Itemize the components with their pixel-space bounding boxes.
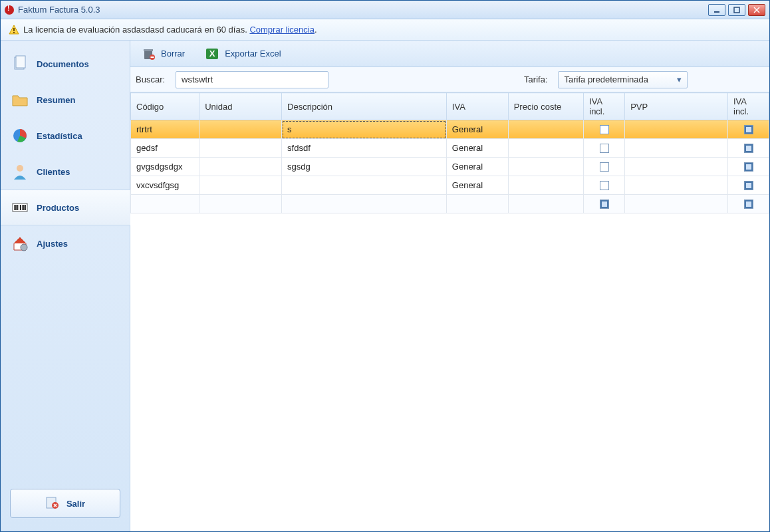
window-controls: [708, 4, 765, 16]
cell-iva-incl-2[interactable]: [728, 195, 769, 213]
cell-iva[interactable]: General: [446, 158, 508, 176]
checkbox-icon[interactable]: [744, 125, 753, 134]
cell-pvp[interactable]: [625, 158, 728, 176]
svg-marker-20: [14, 237, 26, 243]
col-iva[interactable]: IVA: [446, 93, 508, 120]
svg-rect-29: [151, 57, 154, 58]
sidebar-item-label: Resumen: [37, 95, 76, 105]
cell-empty[interactable]: [131, 195, 199, 213]
cell-unidad[interactable]: [199, 176, 282, 195]
sidebar-item-resumen[interactable]: Resumen: [1, 82, 130, 118]
cell-pvp[interactable]: [625, 176, 728, 195]
col-codigo[interactable]: Código: [131, 93, 199, 120]
cell-iva-incl-2[interactable]: [728, 139, 769, 158]
table-header-row: Código Unidad Descripción IVA Precio cos…: [131, 93, 769, 120]
cell-iva-incl-1[interactable]: [584, 195, 625, 213]
close-button[interactable]: [748, 4, 765, 16]
cell-iva[interactable]: General: [446, 120, 508, 139]
table-footer-row[interactable]: [131, 195, 769, 213]
cell-codigo[interactable]: vxcvsdfgsg: [131, 176, 199, 195]
cell-empty[interactable]: [508, 195, 584, 213]
sidebar: Documentos Resumen Estadística Clientes: [1, 41, 130, 531]
cell-empty[interactable]: [199, 195, 282, 213]
search-input[interactable]: [176, 71, 328, 88]
cell-codigo[interactable]: gedsf: [131, 139, 199, 158]
barcode-icon: [10, 198, 30, 217]
tarifa-dropdown[interactable]: Tarifa predeterminada ▾: [558, 71, 688, 88]
cell-iva-incl-2[interactable]: [728, 176, 769, 195]
tarifa-label: Tarifa:: [524, 74, 547, 84]
checkbox-icon[interactable]: [744, 162, 753, 172]
exit-button[interactable]: Salir: [10, 489, 120, 518]
exit-icon: [45, 495, 60, 512]
cell-precio-coste[interactable]: [508, 176, 584, 195]
col-unidad[interactable]: Unidad: [199, 93, 282, 120]
minimize-icon: [713, 7, 720, 13]
svg-rect-6: [13, 32, 15, 33]
checkbox-icon[interactable]: [600, 181, 609, 190]
svg-rect-5: [13, 28, 15, 31]
checkbox-icon[interactable]: [744, 181, 753, 190]
cell-pvp[interactable]: [625, 120, 728, 139]
checkbox-icon[interactable]: [600, 162, 609, 172]
cell-unidad[interactable]: [199, 158, 282, 176]
svg-rect-19: [25, 205, 26, 210]
checkbox-icon[interactable]: [600, 125, 609, 134]
checkbox-icon[interactable]: [600, 144, 609, 153]
svg-text:X: X: [209, 49, 215, 59]
cell-unidad[interactable]: [199, 120, 282, 139]
cell-empty[interactable]: [446, 195, 508, 213]
delete-button[interactable]: Borrar: [137, 44, 189, 64]
cell-unidad[interactable]: [199, 139, 282, 158]
cell-iva-incl-1[interactable]: [584, 139, 625, 158]
cell-precio-coste[interactable]: [508, 139, 584, 158]
col-pvp[interactable]: PVP: [625, 93, 728, 120]
svg-rect-12: [14, 205, 15, 210]
sidebar-item-label: Ajustes: [37, 239, 68, 249]
cell-empty[interactable]: [282, 195, 447, 213]
sidebar-item-clientes[interactable]: Clientes: [1, 154, 130, 190]
sidebar-spacer: [1, 261, 130, 482]
maximize-button[interactable]: [728, 4, 745, 16]
cell-pvp[interactable]: [625, 139, 728, 158]
checkbox-icon[interactable]: [744, 144, 753, 153]
svg-rect-17: [22, 205, 23, 210]
cell-iva-incl-1[interactable]: [584, 176, 625, 195]
cell-iva-incl-2[interactable]: [728, 120, 769, 139]
table-row[interactable]: gvgsdgsdgxsgsdgGeneral: [131, 158, 769, 176]
sidebar-item-label: Estadística: [37, 131, 82, 141]
table-row[interactable]: gedsfsfdsdfGeneral: [131, 139, 769, 158]
cell-iva-incl-1[interactable]: [584, 158, 625, 176]
sidebar-item-documentos[interactable]: Documentos: [1, 46, 130, 82]
cell-precio-coste[interactable]: [508, 120, 584, 139]
col-precio-coste[interactable]: Precio coste: [508, 93, 584, 120]
svg-rect-13: [15, 205, 17, 210]
checkbox-icon[interactable]: [744, 200, 753, 209]
sidebar-item-productos[interactable]: Productos: [1, 190, 130, 225]
export-excel-button[interactable]: X Exportar Excel: [201, 44, 285, 64]
table-row[interactable]: rtrtrtsGeneral: [131, 120, 769, 139]
sidebar-item-ajustes[interactable]: Ajustes: [1, 225, 130, 261]
cell-iva[interactable]: General: [446, 176, 508, 195]
sidebar-item-estadistica[interactable]: Estadística: [1, 118, 130, 154]
cell-descripcion[interactable]: sfdsdf: [282, 139, 447, 158]
col-iva-incl-2[interactable]: IVA incl.: [728, 93, 769, 120]
cell-iva-incl-1[interactable]: [584, 120, 625, 139]
cell-precio-coste[interactable]: [508, 158, 584, 176]
delete-label: Borrar: [161, 49, 185, 59]
table-row[interactable]: vxcvsdfgsgGeneral: [131, 176, 769, 195]
minimize-button[interactable]: [708, 4, 725, 16]
cell-iva[interactable]: General: [446, 139, 508, 158]
cell-descripcion[interactable]: [282, 176, 447, 195]
buy-license-link[interactable]: Comprar licencia: [249, 25, 315, 35]
cell-codigo[interactable]: gvgsdgsdgx: [131, 158, 199, 176]
cell-descripcion[interactable]: s: [282, 120, 447, 139]
cell-iva-incl-2[interactable]: [728, 158, 769, 176]
cell-descripcion[interactable]: sgsdg: [282, 158, 447, 176]
col-iva-incl-1[interactable]: IVA incl.: [584, 93, 625, 120]
cell-codigo[interactable]: rtrtrt: [131, 120, 199, 139]
cell-empty[interactable]: [625, 195, 728, 213]
export-label: Exportar Excel: [225, 49, 281, 59]
col-descripcion[interactable]: Descripción: [282, 93, 447, 120]
checkbox-icon[interactable]: [600, 200, 609, 209]
